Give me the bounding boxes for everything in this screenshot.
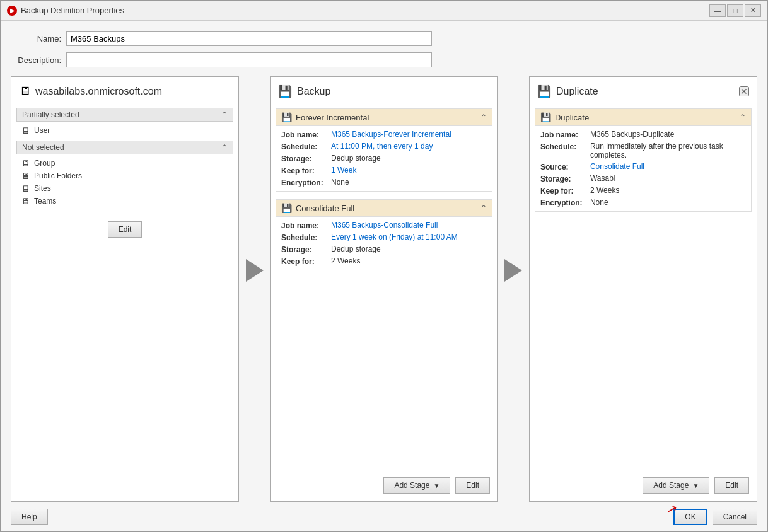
- duplicate-stage: 💾 Duplicate ⌃ Job name: M365 Backups-Dup…: [535, 108, 752, 212]
- name-input[interactable]: [66, 31, 432, 46]
- field-row: Encryption: None: [540, 198, 746, 207]
- duplicate-panel: 💾 Duplicate ✕ 💾 Duplicate ⌃: [529, 76, 757, 502]
- storage-value: Dedup storage: [331, 245, 381, 253]
- source-panel-footer: Edit: [11, 216, 238, 245]
- description-input[interactable]: [66, 52, 432, 67]
- title-controls: — □ ✕: [709, 4, 761, 17]
- backup-edit-button[interactable]: Edit: [455, 477, 490, 494]
- cancel-button[interactable]: Cancel: [713, 509, 757, 525]
- list-item: 🖥 User: [21, 124, 233, 137]
- field-row: Keep for: 2 Weeks: [281, 257, 487, 266]
- field-row: Job name: M365 Backups-Duplicate: [540, 130, 746, 139]
- duplicate-stage-header: 💾 Duplicate ⌃: [535, 109, 751, 126]
- stage-header-left: 💾 Duplicate: [540, 112, 589, 122]
- job-name-label: Job name:: [281, 130, 329, 139]
- not-selected-collapse[interactable]: ⌃: [221, 143, 228, 152]
- field-row: Schedule: Run immediately after the prev…: [540, 142, 746, 159]
- add-stage-label: Add Stage: [653, 481, 689, 490]
- duplicate-stage-title: Duplicate: [555, 113, 589, 122]
- field-row: Keep for: 1 Week: [281, 166, 487, 175]
- help-button[interactable]: Help: [11, 509, 48, 525]
- job-name-value: M365 Backups-Consolidate Full: [331, 221, 438, 229]
- encryption-label: Encryption:: [281, 178, 329, 187]
- storage-label: Storage:: [281, 245, 329, 254]
- description-label: Description:: [11, 55, 61, 65]
- backup-panel-header: 💾 Backup: [271, 77, 497, 103]
- maximize-button[interactable]: □: [727, 4, 743, 17]
- field-row: Source: Consolidate Full: [540, 162, 746, 171]
- duplicate-panel-close-button[interactable]: ✕: [739, 86, 749, 96]
- public-folders-icon: 🖥: [21, 171, 30, 181]
- backup-panel-footer: Add Stage ▼ Edit: [271, 472, 497, 501]
- consolidate-full-stage: 💾 Consolidate Full ⌃ Job name: M365 Back…: [276, 199, 492, 270]
- duplicate-panel-title: Duplicate: [556, 86, 598, 97]
- duplicate-panel-body: 💾 Duplicate ⌃ Job name: M365 Backups-Dup…: [530, 103, 757, 472]
- dropdown-arrow-icon: ▼: [433, 482, 439, 489]
- duplicate-panel-footer: Add Stage ▼ Edit: [530, 472, 757, 501]
- duplicate-add-stage-button[interactable]: Add Stage ▼: [643, 477, 709, 494]
- not-selected-header: Not selected ⌃: [16, 141, 233, 154]
- arrow-2-icon: [504, 259, 522, 282]
- duplicate-stage-collapse[interactable]: ⌃: [740, 113, 746, 122]
- minimize-button[interactable]: —: [709, 4, 726, 17]
- main-window: ▶ Backup Definition Properties — □ ✕ Nam…: [0, 0, 768, 532]
- add-stage-label: Add Stage: [394, 481, 429, 490]
- source-panel: 🖥 wasabilabs.onmicrosoft.com Partially s…: [11, 76, 239, 502]
- encryption-label: Encryption:: [540, 198, 588, 207]
- consolidate-full-title: Consolidate Full: [296, 204, 354, 213]
- consolidate-full-collapse[interactable]: ⌃: [480, 204, 487, 212]
- bottom-bar: Help OK Cancel: [1, 502, 767, 531]
- schedule-label: Schedule:: [540, 142, 588, 151]
- close-button[interactable]: ✕: [745, 4, 761, 17]
- stage-header-left: 💾 Consolidate Full: [281, 203, 354, 213]
- field-row: Keep for: 2 Weeks: [540, 186, 746, 195]
- source-edit-button[interactable]: Edit: [108, 221, 143, 238]
- not-selected-items: 🖥 Group 🖥 Public Folders 🖥 Sites 🖥: [16, 156, 233, 211]
- group-icon: 🖥: [21, 158, 30, 168]
- forever-incremental-stage: 💾 Forever Incremental ⌃ Job name: M365 B…: [276, 108, 492, 192]
- field-row: Job name: M365 Backups-Consolidate Full: [281, 221, 487, 230]
- arrow-1-container: [239, 76, 270, 502]
- consolidate-full-fields: Job name: M365 Backups-Consolidate Full …: [276, 217, 492, 270]
- source-panel-body: Partially selected ⌃ 🖥 User Not selected…: [11, 103, 238, 216]
- consolidate-full-icon: 💾: [281, 203, 292, 213]
- backup-add-stage-button[interactable]: Add Stage ▼: [383, 477, 450, 494]
- user-label: User: [34, 126, 50, 135]
- field-row: Job name: M365 Backups-Forever Increment…: [281, 130, 487, 139]
- window-title: Backup Definition Properties: [21, 6, 124, 15]
- panels-row: 🖥 wasabilabs.onmicrosoft.com Partially s…: [11, 76, 757, 502]
- public-folders-label: Public Folders: [34, 171, 82, 180]
- keep-for-label: Keep for:: [281, 166, 329, 175]
- group-label: Group: [34, 159, 55, 168]
- schedule-value: Run immediately after the previous task …: [590, 142, 746, 159]
- job-name-label: Job name:: [540, 130, 588, 139]
- source-panel-title: wasabilabs.onmicrosoft.com: [35, 86, 162, 97]
- duplicate-stage-fields: Job name: M365 Backups-Duplicate Schedul…: [535, 126, 751, 211]
- teams-label: Teams: [34, 197, 56, 205]
- list-item: 🖥 Teams: [21, 195, 233, 207]
- source-panel-icon: 🖥: [19, 84, 30, 98]
- storage-value: Wasabi: [590, 174, 615, 183]
- partially-selected-label: Partially selected: [22, 110, 79, 119]
- field-row: Storage: Dedup storage: [281, 154, 487, 163]
- backup-panel: 💾 Backup 💾 Forever Incremental ⌃: [270, 76, 498, 502]
- keep-for-label: Keep for:: [281, 257, 329, 266]
- not-selected-label: Not selected: [22, 143, 64, 152]
- main-content: Name: Description: 🖥 wasabilabs.onmicros…: [1, 21, 767, 502]
- forever-incremental-fields: Job name: M365 Backups-Forever Increment…: [276, 126, 492, 191]
- ok-button[interactable]: OK: [673, 509, 707, 525]
- stage-header-left: 💾 Forever Incremental: [281, 112, 369, 122]
- field-row: Schedule: Every 1 week on (Friday) at 11…: [281, 233, 487, 242]
- duplicate-edit-button[interactable]: Edit: [714, 477, 749, 494]
- teams-icon: 🖥: [21, 196, 30, 206]
- forever-incremental-collapse[interactable]: ⌃: [480, 113, 487, 122]
- field-row: Encryption: None: [281, 178, 487, 187]
- partially-selected-collapse[interactable]: ⌃: [221, 110, 228, 119]
- backup-panel-icon: 💾: [278, 84, 292, 98]
- encryption-value: None: [590, 198, 608, 207]
- source-panel-header: 🖥 wasabilabs.onmicrosoft.com: [11, 77, 238, 103]
- partially-selected-items: 🖥 User: [16, 123, 233, 141]
- schedule-value: At 11:00 PM, then every 1 day: [331, 142, 433, 151]
- forever-incremental-title: Forever Incremental: [296, 113, 369, 122]
- backup-panel-body: 💾 Forever Incremental ⌃ Job name: M365 B…: [271, 103, 497, 472]
